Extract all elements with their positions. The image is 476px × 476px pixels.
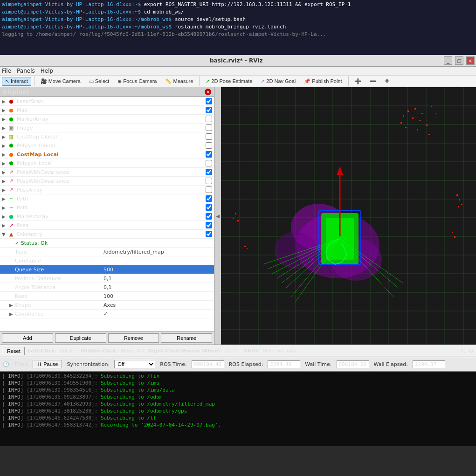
display-item-odometry[interactable]: ▼ ▲ Odometry — [0, 230, 214, 239]
display-item-map[interactable]: ▶ ● Map — [0, 106, 214, 115]
markerarray2-icon: ● — [7, 213, 15, 220]
expand-laserscan[interactable]: ▶ — [2, 99, 7, 104]
angle-tol-value: 0,1 — [103, 284, 212, 290]
topic-value: /odometry/filtered_map — [103, 249, 212, 255]
expand-costmap-global[interactable]: ▶ — [2, 134, 7, 139]
reset-button[interactable]: Reset — [3, 347, 25, 355]
close-button[interactable]: × — [466, 56, 475, 65]
display-item-markerarray1[interactable]: ▶ ● MarkerArray — [0, 115, 214, 124]
display-item-queue-size[interactable]: Queue Size 500 — [0, 265, 214, 274]
expand-polygon-local[interactable]: ▶ — [2, 161, 7, 166]
display-item-posearray[interactable]: ▶ ↗ PoseArray — [0, 186, 214, 194]
expand-odometry[interactable]: ▼ — [2, 232, 7, 237]
display-item-path2[interactable]: ▶ ~ Path — [0, 203, 214, 212]
markerarray1-label: MarkerArray — [17, 116, 206, 122]
costmap-local-checkbox[interactable] — [206, 151, 212, 158]
menu-panels[interactable]: Panels — [17, 68, 35, 74]
remove-button[interactable]: Remove — [108, 333, 159, 343]
2d-nav-button[interactable]: ↗ 2D Nav Goal — [257, 77, 299, 86]
plus-button[interactable]: ➕ — [352, 77, 365, 86]
collapse-panel-button[interactable]: ◀ — [214, 87, 221, 345]
polygon-global-checkbox[interactable] — [206, 142, 212, 149]
terminal-header: aimpet@aimpet-Victus-by-HP-Laptop-16-d1x… — [0, 0, 476, 55]
markerarray1-checkbox[interactable] — [206, 116, 212, 122]
sync-select[interactable]: Off Approximate Exact — [114, 360, 155, 368]
terminal-line-2: aimpet@aimpet-Victus-by-HP-Laptop-16-d1x… — [2, 8, 474, 16]
expand-markerarray1[interactable]: ▶ — [2, 117, 7, 122]
eye-button[interactable]: 👁 — [381, 77, 393, 85]
posewithcov2-checkbox[interactable] — [206, 178, 212, 184]
3d-view[interactable] — [221, 87, 476, 345]
display-item-image[interactable]: ▶ ▣ Image — [0, 124, 214, 132]
pose-checkbox[interactable] — [206, 222, 212, 228]
svg-rect-54 — [417, 129, 418, 131]
maximize-button[interactable]: □ — [455, 56, 463, 65]
display-item-costmap-local[interactable]: ▶ ● CostMap Local — [0, 150, 214, 159]
select-button[interactable]: ▭ Select — [86, 77, 113, 86]
expand-posearray[interactable]: ▶ — [2, 187, 7, 193]
svg-rect-49 — [412, 117, 414, 119]
display-item-laserscan[interactable]: ▶ ● LaserScan — [0, 97, 214, 106]
expand-costmap-local[interactable]: ▶ — [2, 152, 7, 157]
rename-button[interactable]: Rename — [161, 333, 212, 343]
displays-list[interactable]: ▶ ● LaserScan ▶ ● Map ▶ ● MarkerArray — [0, 97, 214, 331]
displays-close-button[interactable]: × — [205, 89, 211, 95]
shape-expand[interactable]: ▶ — [9, 303, 15, 308]
publish-point-button[interactable]: 📌 Publish Point — [301, 77, 345, 86]
measure-button[interactable]: 📏 Measure — [162, 77, 196, 86]
odometry-checkbox[interactable] — [206, 231, 212, 237]
display-item-markerarray2[interactable]: ▶ ● MarkerArray — [0, 212, 214, 221]
add-button[interactable]: Add — [2, 333, 53, 343]
expand-pose[interactable]: ▶ — [2, 223, 7, 228]
plus-icon: ➕ — [355, 78, 361, 84]
focus-camera-button[interactable]: ⊕ Focus Camera — [114, 77, 160, 86]
svg-rect-66 — [237, 220, 239, 221]
map-label: Map — [17, 107, 206, 113]
minus-button[interactable]: ➖ — [366, 77, 379, 86]
expand-path1[interactable]: ▶ — [2, 196, 7, 201]
polygon-local-checkbox[interactable] — [206, 160, 212, 166]
clock-icon: 🕐 — [3, 361, 9, 367]
pos-tol-value: 0,1 — [103, 276, 212, 282]
display-item-posewithcov1[interactable]: ▶ ↗ PoseWithCovariance — [0, 168, 214, 177]
2d-pose-button[interactable]: ↗ 2D Pose Estimate — [202, 77, 255, 86]
image-checkbox[interactable] — [206, 124, 212, 131]
display-item-posewithcov2[interactable]: ▶ ↗ PoseWithCovariance — [0, 177, 214, 186]
menu-help[interactable]: Help — [41, 68, 53, 74]
covariance-expand[interactable]: ▶ — [9, 311, 15, 317]
display-item-shape[interactable]: ▶ Shape Axes — [0, 301, 214, 310]
expand-polygon-global[interactable]: ▶ — [2, 143, 7, 148]
costmap-global-checkbox[interactable] — [206, 133, 212, 140]
display-item-pose[interactable]: ▶ ↗ Pose — [0, 221, 214, 230]
posewithcov1-checkbox[interactable] — [206, 169, 212, 175]
duplicate-button[interactable]: Duplicate — [55, 333, 106, 343]
svg-rect-57 — [428, 134, 430, 135]
minimize-button[interactable]: _ — [444, 56, 452, 65]
expand-map[interactable]: ▶ — [2, 108, 7, 113]
display-item-costmap-global[interactable]: ▶ ▦ CostMap Global — [0, 132, 214, 141]
display-item-polygon-global[interactable]: ▶ ⬟ Polygon Global — [0, 141, 214, 150]
display-item-path1[interactable]: ▶ ~ Path — [0, 194, 214, 203]
expand-posewithcov1[interactable]: ▶ — [2, 170, 7, 175]
pause-button[interactable]: ⏸ Pause — [33, 360, 62, 368]
expand-posewithcov2[interactable]: ▶ — [2, 179, 7, 184]
display-item-covariance[interactable]: ▶ Covariance ✓ — [0, 310, 214, 318]
more-options-text: More options. — [262, 348, 297, 354]
expand-image[interactable]: ▶ — [2, 125, 7, 131]
expand-path2[interactable]: ▶ — [2, 205, 7, 210]
path2-checkbox[interactable] — [206, 204, 212, 211]
svg-rect-53 — [426, 124, 428, 126]
posearray-checkbox[interactable] — [206, 186, 212, 193]
polygon-global-icon: ⬟ — [7, 142, 15, 149]
expand-markerarray2[interactable]: ▶ — [2, 214, 7, 219]
map-checkbox[interactable] — [206, 107, 212, 113]
display-item-polygon-local[interactable]: ▶ ⬟ Polygon Local — [0, 159, 214, 168]
interact-button[interactable]: ↖ Interact — [2, 77, 31, 86]
rviz-viewport[interactable] — [221, 87, 476, 345]
path1-checkbox[interactable] — [206, 195, 212, 202]
menu-file[interactable]: File — [2, 68, 11, 74]
laserscan-checkbox[interactable] — [206, 98, 212, 104]
posewithcov2-label: PoseWithCovariance — [17, 178, 206, 184]
markerarray2-checkbox[interactable] — [206, 213, 212, 220]
move-camera-button[interactable]: 🎥 Move Camera — [37, 77, 84, 86]
